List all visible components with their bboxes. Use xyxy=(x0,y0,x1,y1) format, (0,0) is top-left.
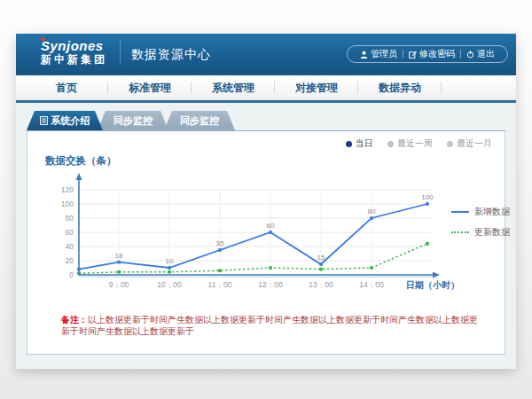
nav-item-data-changes[interactable]: 数据异动 xyxy=(358,75,442,100)
radio-unselected-icon xyxy=(387,141,394,147)
svg-text:9：00: 9：00 xyxy=(109,280,129,289)
svg-text:80: 80 xyxy=(368,207,376,215)
footnote-text: 以上数据更新于时间产生数据以上数据更新于时间产生数据以上数据更新于时间产生数据以… xyxy=(61,315,478,336)
screen: Synjones 新中新集团 数据资源中心 管理员 修改密码 xyxy=(0,0,532,399)
logout-button[interactable]: 退出 xyxy=(461,48,500,60)
radio-label: 最近一周 xyxy=(397,137,433,150)
radio-last-week[interactable]: 最近一周 xyxy=(387,137,433,150)
line-chart: 0204060801001209：0010：0011：0012：0013：001… xyxy=(35,170,460,296)
company-logo: Synjones 新中新集团 xyxy=(41,38,120,66)
footnote-label: 备注： xyxy=(61,315,88,325)
legend-item-updated-data[interactable]: 更新数据 xyxy=(451,226,510,239)
svg-text:10: 10 xyxy=(166,257,174,265)
logout-label: 退出 xyxy=(477,48,495,60)
chart-y-axis-title: 数据交换（条） xyxy=(45,154,117,168)
tab-label: 系统介绍 xyxy=(51,114,90,128)
svg-text:10：00: 10：00 xyxy=(157,280,182,289)
user-button[interactable]: 管理员 xyxy=(355,48,403,60)
legend-swatch-dashed xyxy=(451,231,469,233)
time-range-filter: 当日 最近一周 最近一月 xyxy=(346,137,492,150)
main-navigation: 首页 标准管理 系统管理 对接管理 数据异动 xyxy=(16,75,516,100)
svg-text:35: 35 xyxy=(216,239,224,247)
radio-unselected-icon xyxy=(447,141,453,147)
svg-text:100: 100 xyxy=(61,200,74,208)
tab-sync-monitor-2[interactable]: 同步监控 xyxy=(164,111,235,130)
tab-sync-monitor-1[interactable]: 同步监控 xyxy=(98,111,168,130)
logo-star-icon xyxy=(39,35,47,43)
radio-label: 最近一月 xyxy=(457,137,492,150)
nav-underline xyxy=(16,100,516,103)
change-password-label: 修改密码 xyxy=(419,48,455,60)
brand: Synjones 新中新集团 数据资源中心 xyxy=(41,38,211,66)
svg-text:120: 120 xyxy=(61,185,74,194)
tab-bar: 同步监控 同步监控 系统介绍 xyxy=(27,111,516,130)
logo-text: Synjones xyxy=(41,38,107,53)
chart-legend: 新增数据 更新数据 xyxy=(451,206,510,239)
svg-text:15: 15 xyxy=(317,254,325,262)
svg-text:14：00: 14：00 xyxy=(359,280,384,289)
radio-today[interactable]: 当日 xyxy=(346,137,373,150)
radio-label: 当日 xyxy=(356,137,373,150)
edit-icon xyxy=(409,51,417,59)
nav-item-home[interactable]: 首页 xyxy=(25,75,108,100)
document-icon xyxy=(40,116,48,125)
power-icon xyxy=(466,51,474,59)
legend-item-new-data[interactable]: 新增数据 xyxy=(451,206,510,218)
svg-text:18: 18 xyxy=(115,252,123,260)
user-icon xyxy=(360,51,368,59)
nav-item-standard-management[interactable]: 标准管理 xyxy=(108,75,192,100)
svg-text:60: 60 xyxy=(66,228,74,237)
tab-system-intro[interactable]: 系统介绍 xyxy=(27,111,103,130)
brand-divider xyxy=(120,41,121,64)
svg-text:0: 0 xyxy=(69,270,74,279)
radio-last-month[interactable]: 最近一月 xyxy=(447,137,492,150)
tab-label: 同步监控 xyxy=(180,114,219,128)
user-label: 管理员 xyxy=(371,48,397,60)
svg-text:日期（小时）: 日期（小时） xyxy=(406,280,459,290)
svg-text:40: 40 xyxy=(66,242,74,251)
tab-label: 同步监控 xyxy=(113,114,153,128)
user-toolbar: 管理员 修改密码 退出 xyxy=(347,45,508,63)
app-header: Synjones 新中新集团 数据资源中心 管理员 修改密码 xyxy=(16,34,516,75)
svg-text:11：00: 11：00 xyxy=(208,280,232,289)
svg-text:80: 80 xyxy=(66,214,74,223)
legend-label: 新增数据 xyxy=(474,206,510,218)
logo-subtext: 新中新集团 xyxy=(41,53,107,66)
portal-page: Synjones 新中新集团 数据资源中心 管理员 修改密码 xyxy=(16,34,516,369)
svg-text:20: 20 xyxy=(66,256,74,265)
footnote: 备注：以上数据更新于时间产生数据以上数据更新于时间产生数据以上数据更新于时间产生… xyxy=(61,314,478,337)
page-title: 数据资源中心 xyxy=(131,47,211,63)
legend-label: 更新数据 xyxy=(474,226,510,239)
change-password-button[interactable]: 修改密码 xyxy=(403,48,460,60)
chart-panel: 当日 最近一周 最近一月 数据交换（条） 0204060801001209：00… xyxy=(27,130,505,355)
svg-text:100: 100 xyxy=(421,193,434,201)
legend-swatch-solid xyxy=(451,211,469,213)
svg-text:12：00: 12：00 xyxy=(258,280,283,289)
svg-text:60: 60 xyxy=(267,222,275,230)
svg-text:13：00: 13：00 xyxy=(309,280,333,289)
radio-selected-icon xyxy=(346,141,352,147)
nav-item-system-management[interactable]: 系统管理 xyxy=(192,75,275,100)
nav-item-integration-management[interactable]: 对接管理 xyxy=(275,75,358,100)
